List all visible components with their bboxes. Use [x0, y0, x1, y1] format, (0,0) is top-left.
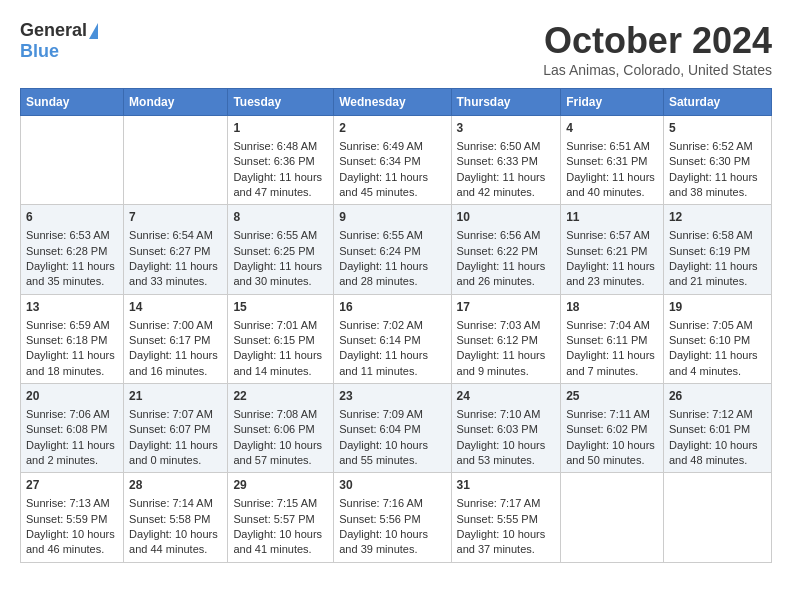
calendar-cell: 28Sunrise: 7:14 AMSunset: 5:58 PMDayligh…: [124, 473, 228, 562]
day-info: Sunrise: 7:09 AM: [339, 407, 445, 422]
day-info: Sunset: 6:19 PM: [669, 244, 766, 259]
calendar-cell: 30Sunrise: 7:16 AMSunset: 5:56 PMDayligh…: [334, 473, 451, 562]
day-info: Daylight: 11 hours and 42 minutes.: [457, 170, 556, 201]
day-info: Daylight: 11 hours and 9 minutes.: [457, 348, 556, 379]
day-info: Daylight: 11 hours and 18 minutes.: [26, 348, 118, 379]
day-info: Daylight: 11 hours and 21 minutes.: [669, 259, 766, 290]
day-info: Sunrise: 6:49 AM: [339, 139, 445, 154]
day-info: Daylight: 10 hours and 46 minutes.: [26, 527, 118, 558]
day-info: Sunset: 6:07 PM: [129, 422, 222, 437]
calendar-cell: 14Sunrise: 7:00 AMSunset: 6:17 PMDayligh…: [124, 294, 228, 383]
day-info: Sunset: 6:10 PM: [669, 333, 766, 348]
header-row: SundayMondayTuesdayWednesdayThursdayFrid…: [21, 89, 772, 116]
calendar-cell: 3Sunrise: 6:50 AMSunset: 6:33 PMDaylight…: [451, 116, 561, 205]
day-number: 23: [339, 388, 445, 405]
day-info: Sunrise: 7:04 AM: [566, 318, 658, 333]
day-info: Sunset: 5:56 PM: [339, 512, 445, 527]
day-number: 15: [233, 299, 328, 316]
day-number: 9: [339, 209, 445, 226]
day-info: Daylight: 11 hours and 2 minutes.: [26, 438, 118, 469]
day-info: Sunset: 6:28 PM: [26, 244, 118, 259]
day-info: Sunrise: 7:01 AM: [233, 318, 328, 333]
day-info: Sunset: 6:22 PM: [457, 244, 556, 259]
day-info: Daylight: 10 hours and 48 minutes.: [669, 438, 766, 469]
day-info: Sunset: 6:14 PM: [339, 333, 445, 348]
calendar-header: SundayMondayTuesdayWednesdayThursdayFrid…: [21, 89, 772, 116]
header-cell-sunday: Sunday: [21, 89, 124, 116]
day-info: Daylight: 11 hours and 16 minutes.: [129, 348, 222, 379]
day-number: 25: [566, 388, 658, 405]
day-info: Sunset: 5:57 PM: [233, 512, 328, 527]
day-info: Daylight: 11 hours and 14 minutes.: [233, 348, 328, 379]
calendar-cell: 2Sunrise: 6:49 AMSunset: 6:34 PMDaylight…: [334, 116, 451, 205]
calendar-cell: 8Sunrise: 6:55 AMSunset: 6:25 PMDaylight…: [228, 205, 334, 294]
day-info: Sunset: 6:36 PM: [233, 154, 328, 169]
title-section: October 2024 Las Animas, Colorado, Unite…: [543, 20, 772, 78]
calendar-cell: [663, 473, 771, 562]
day-info: Sunset: 6:02 PM: [566, 422, 658, 437]
day-number: 13: [26, 299, 118, 316]
day-info: Sunset: 6:34 PM: [339, 154, 445, 169]
calendar-cell: 22Sunrise: 7:08 AMSunset: 6:06 PMDayligh…: [228, 384, 334, 473]
day-number: 7: [129, 209, 222, 226]
day-info: Sunrise: 6:59 AM: [26, 318, 118, 333]
day-info: Sunset: 6:06 PM: [233, 422, 328, 437]
calendar-cell: 24Sunrise: 7:10 AMSunset: 6:03 PMDayligh…: [451, 384, 561, 473]
day-info: Daylight: 10 hours and 53 minutes.: [457, 438, 556, 469]
calendar-cell: 26Sunrise: 7:12 AMSunset: 6:01 PMDayligh…: [663, 384, 771, 473]
calendar-cell: [21, 116, 124, 205]
day-info: Daylight: 11 hours and 35 minutes.: [26, 259, 118, 290]
day-info: Sunrise: 7:03 AM: [457, 318, 556, 333]
day-info: Daylight: 10 hours and 57 minutes.: [233, 438, 328, 469]
calendar-cell: 25Sunrise: 7:11 AMSunset: 6:02 PMDayligh…: [561, 384, 664, 473]
calendar-cell: 4Sunrise: 6:51 AMSunset: 6:31 PMDaylight…: [561, 116, 664, 205]
calendar-table: SundayMondayTuesdayWednesdayThursdayFrid…: [20, 88, 772, 563]
day-info: Sunset: 6:12 PM: [457, 333, 556, 348]
day-info: Daylight: 10 hours and 41 minutes.: [233, 527, 328, 558]
week-row-4: 20Sunrise: 7:06 AMSunset: 6:08 PMDayligh…: [21, 384, 772, 473]
calendar-cell: 27Sunrise: 7:13 AMSunset: 5:59 PMDayligh…: [21, 473, 124, 562]
day-number: 16: [339, 299, 445, 316]
calendar-body: 1Sunrise: 6:48 AMSunset: 6:36 PMDaylight…: [21, 116, 772, 563]
calendar-cell: 20Sunrise: 7:06 AMSunset: 6:08 PMDayligh…: [21, 384, 124, 473]
calendar-cell: 1Sunrise: 6:48 AMSunset: 6:36 PMDaylight…: [228, 116, 334, 205]
day-info: Sunset: 6:15 PM: [233, 333, 328, 348]
day-number: 2: [339, 120, 445, 137]
day-info: Daylight: 11 hours and 0 minutes.: [129, 438, 222, 469]
day-info: Sunrise: 7:11 AM: [566, 407, 658, 422]
day-number: 21: [129, 388, 222, 405]
month-title: October 2024: [543, 20, 772, 62]
day-info: Sunset: 6:18 PM: [26, 333, 118, 348]
calendar-cell: 16Sunrise: 7:02 AMSunset: 6:14 PMDayligh…: [334, 294, 451, 383]
calendar-cell: 7Sunrise: 6:54 AMSunset: 6:27 PMDaylight…: [124, 205, 228, 294]
day-number: 1: [233, 120, 328, 137]
calendar-cell: [124, 116, 228, 205]
day-info: Sunrise: 6:55 AM: [339, 228, 445, 243]
day-info: Sunset: 6:24 PM: [339, 244, 445, 259]
calendar-cell: 11Sunrise: 6:57 AMSunset: 6:21 PMDayligh…: [561, 205, 664, 294]
day-number: 17: [457, 299, 556, 316]
calendar-cell: 21Sunrise: 7:07 AMSunset: 6:07 PMDayligh…: [124, 384, 228, 473]
day-info: Sunset: 6:04 PM: [339, 422, 445, 437]
day-number: 4: [566, 120, 658, 137]
calendar-cell: [561, 473, 664, 562]
day-info: Sunrise: 7:17 AM: [457, 496, 556, 511]
day-number: 11: [566, 209, 658, 226]
day-number: 10: [457, 209, 556, 226]
header-cell-tuesday: Tuesday: [228, 89, 334, 116]
day-info: Daylight: 11 hours and 40 minutes.: [566, 170, 658, 201]
header-cell-friday: Friday: [561, 89, 664, 116]
calendar-cell: 13Sunrise: 6:59 AMSunset: 6:18 PMDayligh…: [21, 294, 124, 383]
day-info: Sunrise: 7:10 AM: [457, 407, 556, 422]
day-info: Daylight: 10 hours and 50 minutes.: [566, 438, 658, 469]
day-number: 12: [669, 209, 766, 226]
day-info: Sunrise: 6:56 AM: [457, 228, 556, 243]
day-info: Sunrise: 6:51 AM: [566, 139, 658, 154]
calendar-cell: 5Sunrise: 6:52 AMSunset: 6:30 PMDaylight…: [663, 116, 771, 205]
day-info: Sunset: 5:59 PM: [26, 512, 118, 527]
day-info: Daylight: 11 hours and 23 minutes.: [566, 259, 658, 290]
day-info: Sunset: 6:03 PM: [457, 422, 556, 437]
day-info: Sunrise: 7:16 AM: [339, 496, 445, 511]
day-info: Daylight: 11 hours and 7 minutes.: [566, 348, 658, 379]
day-number: 20: [26, 388, 118, 405]
